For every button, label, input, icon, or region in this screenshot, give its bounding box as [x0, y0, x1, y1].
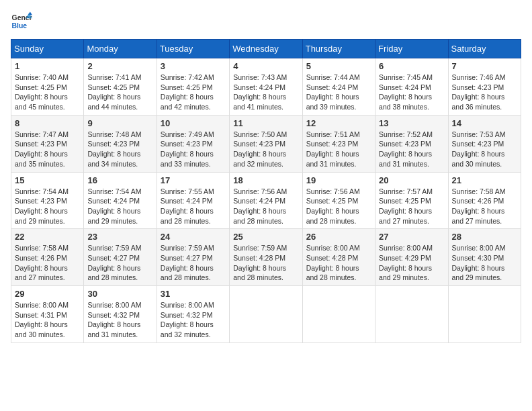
day-number: 8 — [15, 118, 80, 128]
calendar-cell: 2 Sunrise: 7:41 AM Sunset: 4:25 PM Dayli… — [84, 58, 157, 116]
page-header: General Blue — [11, 11, 521, 32]
day-number: 4 — [233, 61, 298, 71]
day-detail: Sunrise: 8:00 AM Sunset: 4:30 PM Dayligh… — [452, 243, 517, 283]
day-detail: Sunrise: 8:00 AM Sunset: 4:29 PM Dayligh… — [379, 243, 444, 283]
day-detail: Sunrise: 7:47 AM Sunset: 4:23 PM Dayligh… — [15, 130, 80, 169]
calendar-cell: 27 Sunrise: 8:00 AM Sunset: 4:29 PM Dayl… — [375, 229, 448, 286]
calendar-cell — [375, 286, 448, 343]
calendar-cell: 10 Sunrise: 7:49 AM Sunset: 4:23 PM Dayl… — [157, 115, 229, 172]
day-detail: Sunrise: 7:48 AM Sunset: 4:23 PM Dayligh… — [87, 130, 152, 169]
weekday-header-row: SundayMondayTuesdayWednesdayThursdayFrid… — [11, 40, 521, 58]
day-detail: Sunrise: 8:00 AM Sunset: 4:32 PM Dayligh… — [161, 300, 226, 340]
calendar-cell: 31 Sunrise: 8:00 AM Sunset: 4:32 PM Dayl… — [157, 286, 229, 343]
day-detail: Sunrise: 7:57 AM Sunset: 4:25 PM Dayligh… — [379, 187, 444, 226]
calendar-cell: 14 Sunrise: 7:53 AM Sunset: 4:23 PM Dayl… — [448, 115, 521, 172]
calendar-cell: 4 Sunrise: 7:43 AM Sunset: 4:24 PM Dayli… — [230, 58, 302, 116]
day-detail: Sunrise: 7:43 AM Sunset: 4:24 PM Dayligh… — [233, 73, 298, 112]
day-detail: Sunrise: 7:45 AM Sunset: 4:24 PM Dayligh… — [379, 73, 444, 112]
day-number: 15 — [15, 175, 80, 185]
day-number: 28 — [452, 232, 517, 242]
day-detail: Sunrise: 7:53 AM Sunset: 4:23 PM Dayligh… — [452, 130, 517, 169]
calendar-cell: 12 Sunrise: 7:51 AM Sunset: 4:23 PM Dayl… — [302, 115, 375, 172]
day-number: 23 — [87, 232, 152, 242]
day-number: 5 — [306, 61, 371, 71]
calendar-cell: 13 Sunrise: 7:52 AM Sunset: 4:23 PM Dayl… — [375, 115, 448, 172]
calendar-cell: 1 Sunrise: 7:40 AM Sunset: 4:25 PM Dayli… — [11, 58, 84, 116]
day-number: 30 — [87, 289, 152, 299]
day-number: 9 — [87, 118, 152, 128]
calendar-cell: 20 Sunrise: 7:57 AM Sunset: 4:25 PM Dayl… — [375, 172, 448, 229]
day-number: 25 — [233, 232, 298, 242]
day-detail: Sunrise: 8:00 AM Sunset: 4:31 PM Dayligh… — [15, 300, 80, 340]
day-detail: Sunrise: 7:40 AM Sunset: 4:25 PM Dayligh… — [15, 73, 80, 112]
day-number: 21 — [452, 175, 517, 185]
weekday-header: Wednesday — [230, 40, 302, 58]
day-detail: Sunrise: 7:55 AM Sunset: 4:24 PM Dayligh… — [161, 187, 226, 226]
weekday-header: Friday — [375, 40, 448, 58]
day-detail: Sunrise: 7:44 AM Sunset: 4:24 PM Dayligh… — [306, 73, 371, 112]
calendar-cell: 11 Sunrise: 7:50 AM Sunset: 4:23 PM Dayl… — [230, 115, 302, 172]
calendar-cell: 23 Sunrise: 7:59 AM Sunset: 4:27 PM Dayl… — [84, 229, 157, 286]
calendar-cell: 25 Sunrise: 7:59 AM Sunset: 4:28 PM Dayl… — [230, 229, 302, 286]
calendar-cell: 3 Sunrise: 7:42 AM Sunset: 4:25 PM Dayli… — [157, 58, 229, 116]
day-number: 22 — [15, 232, 80, 242]
calendar-week-row: 8 Sunrise: 7:47 AM Sunset: 4:23 PM Dayli… — [11, 115, 521, 172]
day-detail: Sunrise: 7:49 AM Sunset: 4:23 PM Dayligh… — [161, 130, 226, 169]
day-detail: Sunrise: 7:58 AM Sunset: 4:26 PM Dayligh… — [15, 243, 80, 283]
day-detail: Sunrise: 7:59 AM Sunset: 4:27 PM Dayligh… — [161, 243, 226, 283]
day-detail: Sunrise: 8:00 AM Sunset: 4:28 PM Dayligh… — [306, 243, 371, 283]
calendar-cell: 9 Sunrise: 7:48 AM Sunset: 4:23 PM Dayli… — [84, 115, 157, 172]
calendar-cell — [448, 286, 521, 343]
calendar-cell: 24 Sunrise: 7:59 AM Sunset: 4:27 PM Dayl… — [157, 229, 229, 286]
day-detail: Sunrise: 7:54 AM Sunset: 4:23 PM Dayligh… — [15, 187, 80, 226]
calendar-cell: 21 Sunrise: 7:58 AM Sunset: 4:26 PM Dayl… — [448, 172, 521, 229]
day-number: 2 — [87, 61, 152, 71]
day-detail: Sunrise: 7:46 AM Sunset: 4:23 PM Dayligh… — [452, 73, 517, 112]
weekday-header: Tuesday — [157, 40, 229, 58]
day-detail: Sunrise: 7:59 AM Sunset: 4:28 PM Dayligh… — [233, 243, 298, 283]
day-number: 29 — [15, 289, 80, 299]
logo-icon: General Blue — [11, 11, 32, 32]
day-number: 20 — [379, 175, 444, 185]
calendar-week-row: 15 Sunrise: 7:54 AM Sunset: 4:23 PM Dayl… — [11, 172, 521, 229]
svg-text:Blue: Blue — [12, 22, 28, 30]
day-number: 27 — [379, 232, 444, 242]
calendar-cell: 16 Sunrise: 7:54 AM Sunset: 4:24 PM Dayl… — [84, 172, 157, 229]
calendar-cell: 22 Sunrise: 7:58 AM Sunset: 4:26 PM Dayl… — [11, 229, 84, 286]
day-detail: Sunrise: 8:00 AM Sunset: 4:32 PM Dayligh… — [87, 300, 152, 340]
day-number: 14 — [452, 118, 517, 128]
day-detail: Sunrise: 7:52 AM Sunset: 4:23 PM Dayligh… — [379, 130, 444, 169]
calendar-cell: 5 Sunrise: 7:44 AM Sunset: 4:24 PM Dayli… — [302, 58, 375, 116]
calendar-week-row: 22 Sunrise: 7:58 AM Sunset: 4:26 PM Dayl… — [11, 229, 521, 286]
calendar-cell: 30 Sunrise: 8:00 AM Sunset: 4:32 PM Dayl… — [84, 286, 157, 343]
calendar-cell: 28 Sunrise: 8:00 AM Sunset: 4:30 PM Dayl… — [448, 229, 521, 286]
day-detail: Sunrise: 7:54 AM Sunset: 4:24 PM Dayligh… — [87, 187, 152, 226]
calendar-cell: 18 Sunrise: 7:56 AM Sunset: 4:24 PM Dayl… — [230, 172, 302, 229]
day-detail: Sunrise: 7:42 AM Sunset: 4:25 PM Dayligh… — [161, 73, 226, 112]
day-detail: Sunrise: 7:41 AM Sunset: 4:25 PM Dayligh… — [87, 73, 152, 112]
calendar-cell: 8 Sunrise: 7:47 AM Sunset: 4:23 PM Dayli… — [11, 115, 84, 172]
weekday-header: Sunday — [11, 40, 84, 58]
day-detail: Sunrise: 7:51 AM Sunset: 4:23 PM Dayligh… — [306, 130, 371, 169]
day-number: 11 — [233, 118, 298, 128]
day-number: 18 — [233, 175, 298, 185]
day-number: 31 — [161, 289, 226, 299]
weekday-header: Thursday — [302, 40, 375, 58]
day-detail: Sunrise: 7:59 AM Sunset: 4:27 PM Dayligh… — [87, 243, 152, 283]
calendar-week-row: 1 Sunrise: 7:40 AM Sunset: 4:25 PM Dayli… — [11, 58, 521, 116]
day-number: 24 — [161, 232, 226, 242]
calendar-cell: 17 Sunrise: 7:55 AM Sunset: 4:24 PM Dayl… — [157, 172, 229, 229]
calendar-cell: 29 Sunrise: 8:00 AM Sunset: 4:31 PM Dayl… — [11, 286, 84, 343]
calendar-cell: 7 Sunrise: 7:46 AM Sunset: 4:23 PM Dayli… — [448, 58, 521, 116]
day-number: 1 — [15, 61, 80, 71]
day-detail: Sunrise: 7:50 AM Sunset: 4:23 PM Dayligh… — [233, 130, 298, 169]
day-number: 26 — [306, 232, 371, 242]
calendar-table: SundayMondayTuesdayWednesdayThursdayFrid… — [11, 39, 521, 343]
weekday-header: Monday — [84, 40, 157, 58]
day-detail: Sunrise: 7:58 AM Sunset: 4:26 PM Dayligh… — [452, 187, 517, 226]
day-detail: Sunrise: 7:56 AM Sunset: 4:25 PM Dayligh… — [306, 187, 371, 226]
weekday-header: Saturday — [448, 40, 521, 58]
day-number: 13 — [379, 118, 444, 128]
calendar-cell — [302, 286, 375, 343]
calendar-cell: 15 Sunrise: 7:54 AM Sunset: 4:23 PM Dayl… — [11, 172, 84, 229]
